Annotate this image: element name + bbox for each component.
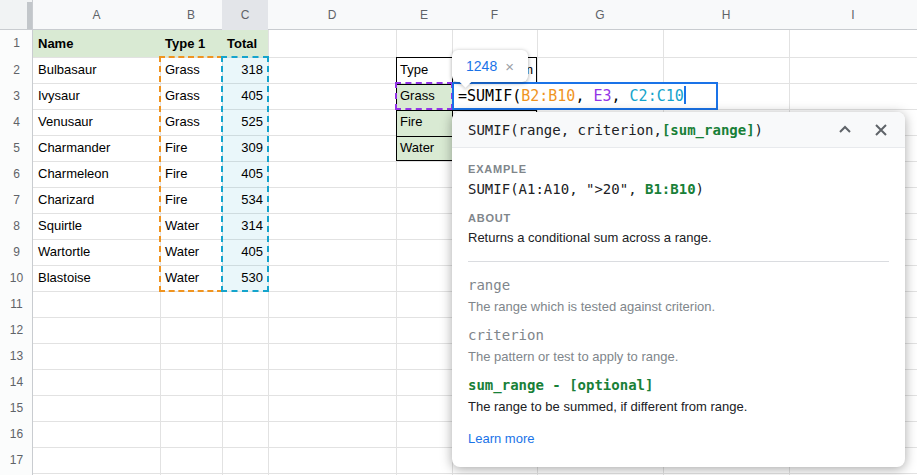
cell-a10[interactable]: Blastoise (33, 265, 160, 291)
example-code: SUMIF(A1:A10, ">20", B1:B10) (468, 181, 889, 198)
row-header-10[interactable]: 10 (0, 265, 33, 291)
preview-close-icon[interactable]: × (505, 58, 514, 75)
formula-input[interactable]: =SUMIF(B2:B10, E3, C2:C10 (452, 82, 718, 110)
close-icon[interactable] (873, 122, 889, 138)
row-header-8[interactable]: 8 (0, 213, 33, 239)
row-header-9[interactable]: 9 (0, 239, 33, 265)
cell-c5[interactable]: 309 (222, 135, 268, 161)
row-header-11[interactable]: 11 (0, 291, 33, 317)
corner-handle (27, 2, 32, 29)
cell-e2[interactable]: Type (396, 57, 452, 83)
cell-c3[interactable]: 405 (222, 83, 268, 109)
example-highlight: B1:B10 (645, 181, 696, 197)
cell-e5[interactable]: Water (396, 135, 452, 161)
cell-b2[interactable]: Grass (160, 57, 222, 83)
cell-b9[interactable]: Water (160, 239, 222, 265)
help-popup-body: EXAMPLE SUMIF(A1:A10, ">20", B1:B10) ABO… (452, 148, 905, 459)
function-help-popup: SUMIF(range, criterion, [sum_range]) EXA… (452, 112, 905, 467)
cell-b8[interactable]: Water (160, 213, 222, 239)
formula-result-preview: 1248 × (452, 50, 528, 82)
cell-e4[interactable]: Fire (396, 109, 452, 135)
row-header-6[interactable]: 6 (0, 161, 33, 187)
about-label: ABOUT (468, 211, 889, 225)
about-text: Returns a conditional sum across a range… (468, 229, 889, 246)
column-header-d[interactable]: D (268, 0, 396, 30)
column-header-f[interactable]: F (452, 0, 537, 30)
cell-e3[interactable]: Grass (396, 83, 452, 109)
formula-criterion: E3 (593, 87, 611, 105)
gridline-vertical (268, 0, 269, 475)
preview-value: 1248 (466, 58, 497, 74)
column-header-b[interactable]: B (160, 0, 222, 30)
cell-b3[interactable]: Grass (160, 83, 222, 109)
text-cursor (684, 86, 686, 104)
column-header-h[interactable]: H (663, 0, 789, 30)
cell-c6[interactable]: 405 (222, 161, 268, 187)
example-pre: SUMIF(A1:A10, ">20", (468, 181, 645, 197)
example-post: ) (696, 181, 704, 197)
row-header-15[interactable]: 15 (0, 395, 33, 421)
cell-b7[interactable]: Fire (160, 187, 222, 213)
row-header-16[interactable]: 16 (0, 421, 33, 447)
signature-post: ) (755, 122, 763, 138)
cell-c8[interactable]: 314 (222, 213, 268, 239)
signature-pre: SUMIF(range, criterion, (468, 122, 662, 138)
row-header-5[interactable]: 5 (0, 135, 33, 161)
chevron-up-icon[interactable] (837, 122, 853, 138)
column-header-c[interactable]: C (222, 0, 268, 30)
cell-a3[interactable]: Ivysaur (33, 83, 160, 109)
function-signature: SUMIF(range, criterion, [sum_range]) (452, 112, 905, 148)
column-header-e[interactable]: E (396, 0, 452, 30)
formula-range1: B2:B10 (521, 87, 575, 105)
row-header-1[interactable]: 1 (0, 30, 33, 57)
formula-prefix: =SUMIF( (458, 87, 521, 105)
param-name-range: range (468, 277, 889, 294)
formula-sum-range: C2:C10 (630, 87, 684, 105)
row-header-3[interactable]: 3 (0, 83, 33, 109)
param-desc-sum-range: The range to be summed, if different fro… (468, 398, 889, 415)
column-header-i[interactable]: I (789, 0, 917, 30)
row-header-4[interactable]: 4 (0, 109, 33, 135)
cell-c9[interactable]: 405 (222, 239, 268, 265)
cell-a8[interactable]: Squirtle (33, 213, 160, 239)
cell-c2[interactable]: 318 (222, 57, 268, 83)
row-header-17[interactable]: 17 (0, 447, 33, 473)
cell-a4[interactable]: Venusaur (33, 109, 160, 135)
select-all-corner[interactable] (0, 0, 33, 30)
column-header-a[interactable]: A (33, 0, 160, 30)
cell-a6[interactable]: Charmeleon (33, 161, 160, 187)
divider (468, 261, 889, 262)
cell-a7[interactable]: Charizard (33, 187, 160, 213)
cell-b10[interactable]: Water (160, 265, 222, 291)
cell-b1[interactable]: Type 1 (160, 30, 222, 57)
row-header-12[interactable]: 12 (0, 317, 33, 343)
cell-b6[interactable]: Fire (160, 161, 222, 187)
signature-optional-arg: [sum_range] (662, 122, 755, 138)
cell-c7[interactable]: 534 (222, 187, 268, 213)
learn-more-link[interactable]: Learn more (468, 431, 534, 446)
cell-a9[interactable]: Wartortle (33, 239, 160, 265)
column-header-g[interactable]: G (537, 0, 663, 30)
cell-b5[interactable]: Fire (160, 135, 222, 161)
cell-a2[interactable]: Bulbasaur (33, 57, 160, 83)
param-desc-criterion: The pattern or test to apply to range. (468, 348, 889, 365)
cell-a1[interactable]: Name (33, 30, 160, 57)
cell-b4[interactable]: Grass (160, 109, 222, 135)
param-name-sum-range: sum_range - [optional] (468, 377, 889, 394)
cell-a5[interactable]: Charmander (33, 135, 160, 161)
row-header-13[interactable]: 13 (0, 343, 33, 369)
cell-c4[interactable]: 525 (222, 109, 268, 135)
row-header-7[interactable]: 7 (0, 187, 33, 213)
row-header-14[interactable]: 14 (0, 369, 33, 395)
row-header-2[interactable]: 2 (0, 57, 33, 83)
example-label: EXAMPLE (468, 162, 889, 176)
formula-sep1: , (575, 87, 593, 105)
param-desc-range: The range which is tested against criter… (468, 298, 889, 315)
cell-c10[interactable]: 530 (222, 265, 268, 291)
spreadsheet-app: A B C D E F G H I 1 2 3 4 5 6 7 8 9 10 1… (0, 0, 917, 475)
formula-sep2: , (612, 87, 630, 105)
param-name-criterion: criterion (468, 327, 889, 344)
cell-c1[interactable]: Total (222, 30, 268, 57)
